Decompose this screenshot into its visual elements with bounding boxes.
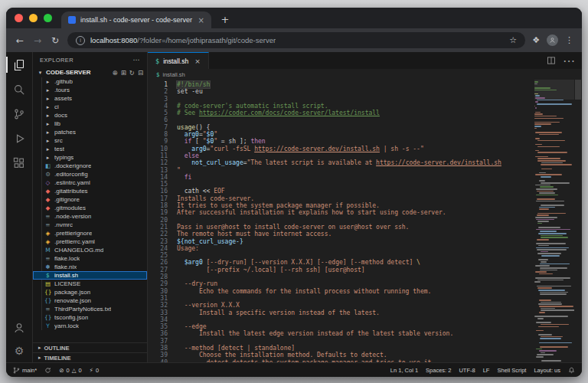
tree-file-.dockerignore[interactable]: ◧.dockerignore xyxy=(33,162,147,170)
code-line-4[interactable]: # code-server's automatic install script… xyxy=(177,103,531,110)
split-editor-icon[interactable] xyxy=(547,56,556,65)
code-line-28[interactable] xyxy=(177,273,531,280)
code-line-24[interactable]: Usage: xyxy=(177,245,531,252)
workspace-root-row[interactable]: ▾ CODE-SERVER ⊕ ⊞ ↻ ⊟ xyxy=(33,67,147,77)
code-line-23[interactable]: ${not_curl_usage-} xyxy=(177,238,531,245)
code-line-26[interactable]: $arg0 [--dry-run] [--version X.X.X] [--e… xyxy=(177,259,531,266)
tree-folder-ci[interactable]: ▸ci xyxy=(33,103,147,111)
code-line-32[interactable]: --version X.X.X xyxy=(177,302,531,309)
explorer-activity-button[interactable] xyxy=(6,57,32,72)
code-line-2[interactable]: set -eu xyxy=(177,88,531,95)
tree-file-.gitignore[interactable]: ◆.gitignore xyxy=(33,195,147,204)
extensions-activity-button[interactable] xyxy=(6,155,32,170)
close-window-button[interactable] xyxy=(15,14,23,22)
code-line-39[interactable]: Choose the installation method. Defaults… xyxy=(177,352,531,358)
minimize-window-button[interactable] xyxy=(29,14,38,22)
tree-file-.editorconfig[interactable]: ⚙.editorconfig xyxy=(33,170,147,178)
tree-folder-lib[interactable]: ▸lib xyxy=(33,119,147,128)
tree-folder-patches[interactable]: ▸patches xyxy=(33,128,147,136)
zoom-window-button[interactable] xyxy=(44,14,52,22)
site-info-icon[interactable]: i xyxy=(76,36,85,45)
forward-icon[interactable]: → xyxy=(32,35,43,46)
tree-file-renovate.json[interactable]: {}renovate.json xyxy=(33,296,147,305)
tree-file-LICENSE[interactable]: ▤LICENSE xyxy=(33,280,147,288)
tree-folder-typings[interactable]: ▸typings xyxy=(33,153,147,162)
outline-section-header[interactable]: ▸ OUTLINE xyxy=(33,342,147,352)
editor-tab-close-icon[interactable]: × xyxy=(194,57,201,65)
code-line-17[interactable]: Installs code-server. xyxy=(177,195,531,202)
editor-more-actions-icon[interactable]: ⋯ xyxy=(563,54,575,68)
code-line-1[interactable]: #!/bin/sh xyxy=(177,81,531,88)
code-line-12[interactable]: not_curl_usage="The latest script is ava… xyxy=(177,159,531,166)
code-line-5[interactable]: # See https://coder.com/docs/code-server… xyxy=(177,110,531,116)
notifications-bell-icon[interactable] xyxy=(568,367,575,374)
code-editor[interactable]: 1234567891011121314151617181920212223242… xyxy=(148,80,582,362)
code-line-11[interactable]: else xyxy=(177,152,531,159)
code-line-40[interactable]: - detect detects the system package mana… xyxy=(177,359,531,362)
code-line-10[interactable]: arg0="curl -fsSL https://code-server.dev… xyxy=(177,146,531,152)
tree-file-.eslintrc.yaml[interactable]: ◇.eslintrc.yaml xyxy=(33,178,147,187)
tree-file-flake.nix[interactable]: ❄flake.nix xyxy=(33,263,147,271)
search-activity-button[interactable] xyxy=(6,82,32,97)
tab-close-icon[interactable]: × xyxy=(198,16,204,25)
code-line-19[interactable]: After successful installation it explain… xyxy=(177,209,531,216)
tree-file-tsconfig.json[interactable]: {}tsconfig.json xyxy=(33,313,147,322)
new-file-icon[interactable]: ⊕ xyxy=(113,69,118,77)
code-line-13[interactable]: " xyxy=(177,167,531,174)
tree-folder-.tours[interactable]: ▸.tours xyxy=(33,86,147,94)
tree-file-.gitmodules[interactable]: ◆.gitmodules xyxy=(33,204,147,212)
code-line-30[interactable]: Echo the commands for the install proces… xyxy=(177,288,531,295)
tree-file-flake.lock[interactable]: ≡flake.lock xyxy=(33,254,147,263)
code-line-38[interactable]: --method [detect | standalone] xyxy=(177,345,531,352)
status-item[interactable]: Spaces: 2 xyxy=(426,367,451,374)
settings-gear-icon[interactable]: ⚙ xyxy=(6,343,32,358)
code-line-16[interactable]: cath << EOF xyxy=(177,188,531,195)
scrollbar-thumb[interactable] xyxy=(575,80,581,100)
editor-scrollbar[interactable] xyxy=(574,80,582,362)
code-line-20[interactable] xyxy=(177,217,531,224)
code-line-36[interactable]: Install the latest edge version instead … xyxy=(177,330,531,337)
git-branch-status[interactable]: main* xyxy=(13,367,37,374)
breadcrumb[interactable]: $ install.sh xyxy=(148,69,582,80)
tree-file-install.sh[interactable]: $install.sh xyxy=(33,271,147,280)
ports-status[interactable]: ⚡ 0 xyxy=(90,367,99,374)
code-line-7[interactable]: usage() { xyxy=(177,124,531,131)
new-folder-icon[interactable]: ⊞ xyxy=(121,69,126,77)
code-line-21[interactable]: Pass in user@host to install code-server… xyxy=(177,224,531,231)
new-tab-button[interactable]: + xyxy=(217,11,233,27)
tree-file-package.json[interactable]: {}package.json xyxy=(33,288,147,296)
code-line-25[interactable] xyxy=(177,252,531,259)
tree-folder-src[interactable]: ▸src xyxy=(33,136,147,145)
status-item[interactable]: Layout: us xyxy=(534,367,560,374)
code-line-3[interactable] xyxy=(177,96,531,103)
tree-folder-assets[interactable]: ▸assets xyxy=(33,94,147,103)
tree-file-.node-version[interactable]: ≡.node-version xyxy=(33,212,147,221)
extensions-puzzle-icon[interactable]: ❖ xyxy=(532,35,540,45)
code-line-29[interactable]: --dry-run xyxy=(177,280,531,287)
refresh-explorer-icon[interactable]: ↻ xyxy=(129,69,135,77)
tree-file-.nvmrc[interactable]: ≡.nvmrc xyxy=(33,221,147,229)
code-line-14[interactable]: fi xyxy=(177,174,531,181)
code-line-31[interactable] xyxy=(177,295,531,302)
tree-folder-.github[interactable]: ▸.github xyxy=(33,77,147,86)
problems-status[interactable]: ⊘ 0 △ 0 xyxy=(59,367,81,374)
code-line-27[interactable]: [--prefix ~/.local] [--rsh ssh] [user@ho… xyxy=(177,267,531,273)
tree-file-.prettierignore[interactable]: ◈.prettierignore xyxy=(33,229,147,237)
accounts-button[interactable] xyxy=(6,320,32,335)
code-line-18[interactable]: It tries to use the system package manag… xyxy=(177,202,531,209)
tree-file-.gitattributes[interactable]: ◆.gitattributes xyxy=(33,187,147,195)
tree-folder-docs[interactable]: ▸docs xyxy=(33,111,147,119)
code-line-34[interactable] xyxy=(177,316,531,323)
editor-tab-install-sh[interactable]: $ install.sh × xyxy=(148,52,209,69)
code-line-9[interactable]: if [ "$0" = sh ]; then xyxy=(177,138,531,145)
reload-icon[interactable]: ↻ xyxy=(50,35,60,46)
profile-avatar[interactable] xyxy=(547,34,558,46)
collapse-folders-icon[interactable]: ⊟ xyxy=(138,69,143,77)
status-item[interactable]: Shell Script xyxy=(497,367,526,374)
browser-tab[interactable]: install.sh - code-server - code-server × xyxy=(61,11,211,28)
status-item[interactable]: UTF-8 xyxy=(459,367,475,374)
code-line-22[interactable]: The remote host must have internet acces… xyxy=(177,231,531,237)
tree-folder-test[interactable]: ▸test xyxy=(33,145,147,153)
code-line-33[interactable]: Install a specific version instead of th… xyxy=(177,309,531,316)
tree-file-CHANGELOG.md[interactable]: MCHANGELOG.md xyxy=(33,246,147,254)
